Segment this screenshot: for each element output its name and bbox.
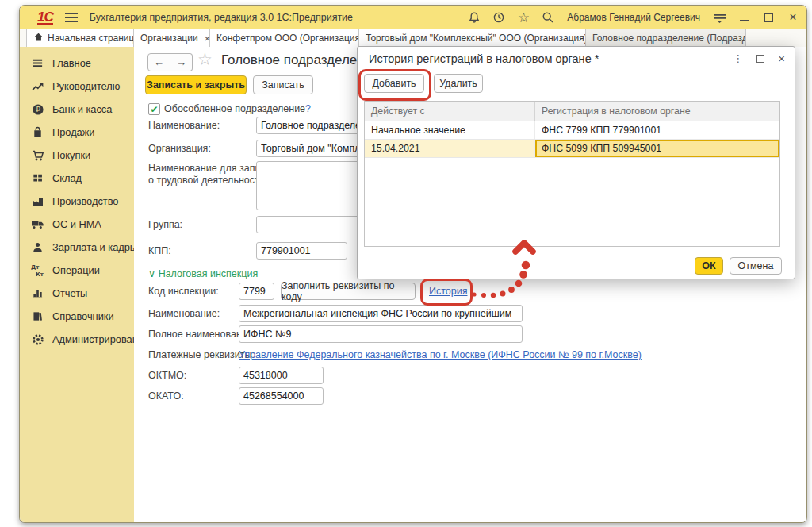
close-button[interactable]: × <box>786 10 800 25</box>
back-arrow-button[interactable]: ← <box>147 53 170 71</box>
minimize-button[interactable] <box>737 10 751 25</box>
tab-golovnoe-podrazdelenie[interactable]: Головное подразделение (Подразделение) × <box>586 29 746 47</box>
gear-icon <box>31 333 44 346</box>
bar-chart-icon <box>31 287 44 300</box>
ruble-circle-icon: ₽ <box>31 102 44 116</box>
column-header-valid-from: Действует с <box>365 102 535 121</box>
add-button[interactable]: Добавить <box>364 74 424 93</box>
save-and-close-button[interactable]: Записать и закрыть <box>145 75 247 94</box>
tab-organizations[interactable]: Организации × <box>134 29 210 47</box>
dialog-more-icon[interactable]: ⋮ <box>733 52 743 64</box>
favorites-star-icon[interactable]: ☆ <box>516 10 530 25</box>
table-header-row: Действует с Регистрация в налоговом орга… <box>365 102 779 121</box>
tax-name-input[interactable] <box>239 305 523 322</box>
boxes-grid-icon <box>31 171 44 185</box>
1c-logo-icon: 1С <box>37 11 53 25</box>
svg-text:Дт: Дт <box>31 264 40 271</box>
cancel-button[interactable]: Отмена <box>730 257 782 275</box>
tax-name-label: Наименование: <box>148 308 220 319</box>
column-header-registration: Регистрация в налоговом органе <box>535 102 779 121</box>
sidebar-item-purchases[interactable]: Покупки <box>20 144 134 167</box>
sidebar-item-production[interactable]: Производство <box>20 190 134 213</box>
dialog-close-icon[interactable]: × <box>778 55 785 63</box>
sidebar: Главное Руководителю ₽ Банк и касса Прод… <box>20 47 134 522</box>
app-title: Бухгалтерия предприятия, редакция 3.0 1С… <box>90 12 353 23</box>
home-icon <box>33 32 44 44</box>
search-icon[interactable] <box>541 10 555 25</box>
sidebar-item-sales[interactable]: Продажи <box>20 121 134 144</box>
dt-kt-icon: ДтКт <box>31 264 44 277</box>
favorite-star-icon[interactable]: ☆ <box>197 50 213 69</box>
tab-close-icon[interactable]: × <box>205 33 210 44</box>
sidebar-item-manager[interactable]: Руководителю <box>20 75 134 98</box>
separate-subdivision-label: Обособленное подразделение <box>164 103 305 114</box>
service-menu-icon[interactable] <box>712 10 726 25</box>
save-button[interactable]: Записать <box>253 75 313 94</box>
kpp-field-label: КПП: <box>148 245 171 256</box>
screen: 1С Бухгалтерия предприятия, редакция 3.0… <box>0 0 812 527</box>
payment-details-link[interactable]: Управление Федерального казначейства по … <box>239 349 642 360</box>
person-icon <box>31 240 44 254</box>
svg-text:₽: ₽ <box>36 106 40 113</box>
full-name-input[interactable] <box>239 325 523 343</box>
okato-label: ОКАТО: <box>148 390 184 402</box>
tab-konfetprom[interactable]: Конфетпром ООО (Организация) × <box>210 29 359 47</box>
books-icon <box>31 310 44 323</box>
factory-icon <box>31 194 44 208</box>
okato-input[interactable] <box>239 387 324 405</box>
inspection-code-label: Код инспекции: <box>148 286 219 297</box>
sidebar-item-directories[interactable]: Справочники <box>20 305 134 328</box>
history-clock-icon[interactable] <box>492 10 506 25</box>
cart-icon <box>31 148 44 162</box>
fill-by-code-button[interactable]: Заполнить реквизиты по коду <box>281 283 416 300</box>
maximize-button[interactable] <box>761 10 776 25</box>
dialog-maximize-icon[interactable] <box>756 55 764 63</box>
sidebar-item-fixed-assets[interactable]: ОС и НМА <box>20 213 134 236</box>
registration-history-dialog: История регистраций в налоговом органе *… <box>357 46 795 279</box>
chevron-down-icon: ∨ <box>148 268 155 279</box>
sidebar-item-main[interactable]: Главное <box>20 52 134 75</box>
oktmo-input[interactable] <box>239 367 324 384</box>
sidebar-item-administration[interactable]: Администрирование <box>20 328 134 351</box>
tab-home[interactable]: Начальная страница <box>26 29 134 47</box>
current-user-name[interactable]: Абрамов Геннадий Сергеевич <box>567 12 700 23</box>
delete-button[interactable]: Удалить <box>434 74 483 93</box>
group-field-label: Группа: <box>148 219 182 230</box>
trend-chart-icon <box>31 79 44 93</box>
sidebar-item-warehouse[interactable]: Склад <box>20 167 134 190</box>
menu-lines-icon <box>31 56 44 70</box>
table-row-selected[interactable]: 15.04.2021 ФНС 5099 КПП 509945001 <box>365 140 779 158</box>
inspection-code-input[interactable] <box>239 283 274 300</box>
sidebar-item-reports[interactable]: Отчеты <box>20 282 134 305</box>
title-bar: 1С Бухгалтерия предприятия, редакция 3.0… <box>20 6 806 30</box>
tab-torgovy-dom[interactable]: Торговый дом "Комплексный" ООО (Организа… <box>359 29 586 47</box>
shopping-bag-icon <box>31 125 44 139</box>
dialog-title: История регистраций в налоговом органе * <box>369 52 599 65</box>
labor-records-label-line2: о трудовой деятельности: <box>148 175 267 186</box>
truck-icon <box>31 217 44 231</box>
svg-text:Кт: Кт <box>36 271 44 278</box>
registration-table: Действует с Регистрация в налоговом орга… <box>364 101 780 247</box>
tax-section-toggle[interactable]: ∨ Налоговая инспекция <box>148 267 258 279</box>
tab-bar: Начальная страница Организации × Конфетп… <box>20 29 806 48</box>
ok-button[interactable]: ОК <box>695 257 723 275</box>
sidebar-item-payroll-hr[interactable]: Зарплата и кадры <box>20 236 134 259</box>
help-question-link[interactable]: ? <box>305 103 311 114</box>
table-row[interactable]: Начальное значение ФНС 7799 КПП 77990100… <box>365 121 779 140</box>
forward-arrow-button[interactable]: → <box>170 53 193 71</box>
notifications-bell-icon[interactable] <box>467 10 481 25</box>
organization-field-label: Организация: <box>148 143 211 154</box>
sidebar-item-bank-cash[interactable]: ₽ Банк и касса <box>20 98 134 121</box>
name-field-label: Наименование: <box>148 120 220 131</box>
sidebar-item-operations[interactable]: ДтКт Операции <box>20 259 134 282</box>
oktmo-label: ОКТМО: <box>148 370 186 381</box>
kpp-input[interactable] <box>256 242 347 260</box>
main-menu-icon[interactable] <box>64 10 79 25</box>
history-link[interactable]: История <box>429 286 467 297</box>
separate-subdivision-checkbox[interactable]: ✔ <box>148 103 160 115</box>
